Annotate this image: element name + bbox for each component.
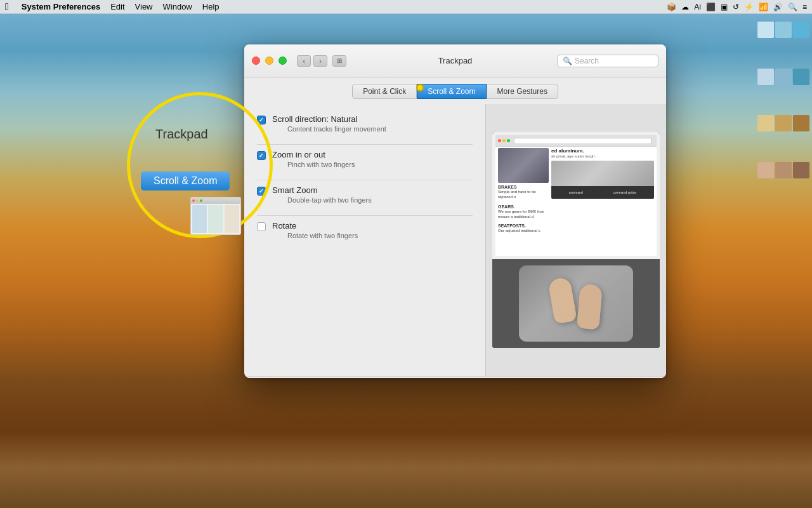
traffic-lights — [252, 57, 287, 65]
thumb-dot-max — [200, 199, 202, 202]
swatch-5 — [775, 69, 792, 85]
swatch-3 — [793, 22, 809, 38]
menubar-help[interactable]: Help — [202, 2, 219, 11]
preview-webpage: BRAKES Simple and have to be replaced o … — [495, 135, 657, 256]
tab-scroll-zoom[interactable]: Scroll & Zoom — [417, 84, 486, 99]
tab-bar: Point & Click Scroll & Zoom More Gesture… — [244, 77, 666, 104]
divider-3 — [257, 215, 473, 216]
time-machine-icon[interactable]: ↺ — [733, 3, 739, 11]
apple-menu[interactable]:  — [5, 1, 9, 13]
search-icon: 🔍 — [563, 57, 572, 65]
volume-icon[interactable]: 🔊 — [773, 3, 783, 11]
trackpad-window: ‹ › ⊞ Trackpad 🔍 Search Point & Click Sc… — [244, 44, 666, 378]
checkbox-smart-zoom[interactable] — [257, 187, 266, 196]
setting-desc-scroll: Content tracks finger movement — [287, 125, 386, 133]
preview-trackpad-area — [492, 259, 660, 348]
swatch-6 — [793, 69, 809, 85]
signal-icon[interactable]: ⬛ — [706, 3, 716, 11]
swatch-10 — [757, 162, 774, 178]
divider-1 — [257, 144, 473, 145]
checkbox-zoom[interactable] — [257, 151, 266, 160]
checkbox-rotate[interactable] — [257, 222, 266, 231]
setting-desc-smart-zoom: Double-tap with two fingers — [287, 196, 372, 204]
menubar-edit[interactable]: Edit — [110, 2, 124, 11]
bluetooth-menubar-icon[interactable]: ⚡ — [744, 3, 754, 11]
swatch-9 — [793, 115, 809, 131]
thumb-dot-close — [192, 199, 195, 202]
setting-title-scroll: Scroll direction: Natural — [272, 114, 386, 124]
search-bar[interactable]: 🔍 Search — [557, 55, 658, 67]
menubar-window[interactable]: Window — [163, 2, 192, 11]
bottom-bar: Set Up Bluetooth Trackpad... ? — [244, 376, 666, 378]
tab-more-gestures[interactable]: More Gestures — [487, 84, 558, 99]
window-title: Trackpad — [438, 56, 473, 65]
search-menubar-icon[interactable]: 🔍 — [788, 3, 797, 11]
close-button[interactable] — [252, 57, 260, 65]
swatch-4 — [757, 69, 774, 85]
minimize-button[interactable] — [265, 57, 273, 65]
trackpad-visual — [519, 265, 633, 342]
color-swatches — [755, 19, 812, 210]
grid-button[interactable]: ⊞ — [332, 55, 346, 67]
setting-smart-zoom: Smart Zoom Double-tap with two fingers — [257, 185, 473, 204]
title-bar: ‹ › ⊞ Trackpad 🔍 Search — [244, 44, 666, 77]
divider-2 — [257, 180, 473, 180]
setting-desc-rotate: Rotate with two fingers — [287, 232, 358, 239]
swatch-8 — [775, 115, 792, 131]
nav-arrows: ‹ › — [297, 55, 327, 67]
wifi-icon[interactable]: 📶 — [759, 3, 768, 11]
dropbox-icon[interactable]: 📦 — [667, 3, 676, 11]
setting-desc-zoom: Pinch with two fingers — [287, 161, 355, 168]
swatch-2 — [775, 22, 792, 38]
thumb-col-1 — [192, 205, 207, 233]
setting-title-zoom: Zoom in or out — [272, 150, 355, 159]
swatch-1 — [757, 22, 774, 38]
adobe-icon[interactable]: Ai — [694, 3, 701, 11]
setting-scroll-direction: Scroll direction: Natural Content tracks… — [257, 114, 473, 133]
back-button[interactable]: ‹ — [297, 55, 311, 67]
swatch-7 — [757, 115, 774, 131]
setting-title-smart-zoom: Smart Zoom — [272, 185, 372, 195]
checkbox-scroll-direction[interactable] — [257, 116, 266, 124]
menubar:  System Preferences Edit View Window He… — [0, 0, 812, 14]
preview-webpage-area: BRAKES Simple and have to be replaced o … — [492, 132, 660, 259]
thumb-col-2 — [208, 205, 223, 233]
thumb-content — [191, 204, 240, 234]
tab-point-click[interactable]: Point & Click — [352, 84, 417, 99]
setting-zoom: Zoom in or out Pinch with two fingers — [257, 150, 473, 168]
notification-icon[interactable]: ≡ — [802, 3, 807, 11]
thumbnail-preview — [190, 197, 241, 235]
settings-panel: Scroll direction: Natural Content tracks… — [244, 104, 485, 376]
monitor-icon[interactable]: ▣ — [721, 3, 728, 11]
preview-container: BRAKES Simple and have to be replaced o … — [492, 132, 660, 348]
preview-panel: BRAKES Simple and have to be replaced o … — [485, 104, 666, 376]
thumb-titlebar — [191, 197, 240, 204]
swatch-11 — [775, 162, 792, 178]
forward-button[interactable]: › — [313, 55, 327, 67]
setting-title-rotate: Rotate — [272, 221, 358, 231]
swatch-12 — [793, 162, 809, 178]
menubar-app-name[interactable]: System Preferences — [22, 2, 100, 11]
menubar-right-icons: 📦 ☁ Ai ⬛ ▣ ↺ ⚡ 📶 🔊 🔍 ≡ — [667, 3, 807, 11]
search-placeholder: Search — [575, 57, 599, 65]
maximize-button[interactable] — [278, 57, 287, 65]
content-area: Scroll direction: Natural Content tracks… — [244, 104, 666, 376]
setting-rotate: Rotate Rotate with two fingers — [257, 221, 473, 239]
cloud-icon[interactable]: ☁ — [681, 3, 689, 11]
menubar-view[interactable]: View — [135, 2, 153, 11]
thumb-col-3 — [225, 205, 239, 233]
thumb-dot-min — [196, 199, 199, 202]
